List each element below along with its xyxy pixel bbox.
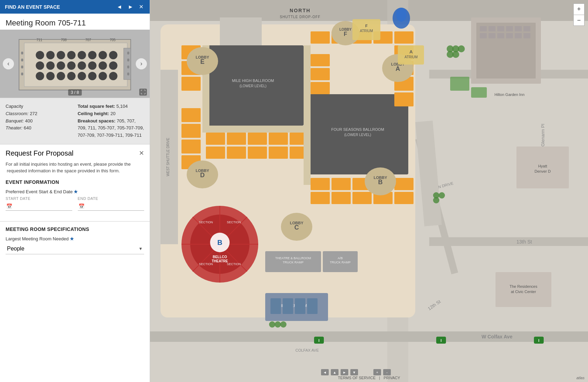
svg-point-181 (458, 45, 465, 52)
zoom-in-button[interactable]: + (573, 3, 585, 15)
largest-meeting-label: Largest Meeting Room Needed★ (6, 236, 144, 241)
svg-text:SECTION: SECTION (199, 220, 213, 224)
svg-point-14 (78, 61, 86, 70)
rfp-title: Request For Proposal (6, 149, 74, 157)
svg-text:NORTH: NORTH (290, 8, 311, 13)
header-nav: ◄ ► ✕ (115, 3, 145, 10)
svg-text:THEATRE: THEATRE (212, 259, 228, 263)
nav-forward-button[interactable]: ► (126, 4, 135, 10)
end-date-input[interactable]: 📅 (78, 202, 144, 211)
svg-point-10 (36, 61, 44, 70)
carousel-counter: 3 / 8 (68, 89, 82, 96)
svg-rect-46 (150, 331, 588, 342)
svg-point-12 (57, 61, 65, 70)
svg-rect-44 (429, 237, 588, 246)
svg-point-193 (439, 192, 445, 199)
svg-rect-184 (450, 77, 469, 91)
zoom-out-button[interactable]: − (573, 15, 585, 26)
svg-point-18 (36, 72, 44, 80)
svg-rect-73 (181, 77, 201, 91)
theater-spec: Theater: 640 (6, 125, 72, 132)
svg-text:705: 705 (110, 38, 116, 42)
header-close-button[interactable]: ✕ (137, 3, 145, 10)
svg-rect-175 (506, 33, 513, 38)
left-panel: FIND AN EVENT SPACE ◄ ► ✕ Meeting Room 7… (0, 0, 150, 382)
svg-rect-173 (489, 33, 496, 38)
svg-rect-79 (311, 68, 330, 80)
svg-point-19 (46, 72, 55, 80)
specs-section: Capacity Classroom: 272 Banquet: 400 The… (0, 98, 150, 144)
svg-text:TRUCK RAMP: TRUCK RAMP (330, 261, 351, 264)
carousel-prev-button[interactable]: ‹ (3, 58, 14, 69)
event-info-title: EVENT INFORMATION (6, 179, 144, 185)
terms-of-service-link[interactable]: TERMS OF SERVICE (338, 376, 375, 380)
svg-rect-185 (471, 87, 487, 98)
svg-rect-76 (181, 140, 201, 153)
svg-point-20 (57, 72, 65, 80)
svg-rect-177 (523, 33, 530, 38)
svg-text:SHUTTLE DROP-OFF: SHUTTLE DROP-OFF (280, 15, 321, 19)
svg-text:◄: ◄ (323, 370, 327, 374)
svg-text:SECTION: SECTION (227, 220, 241, 224)
room-floor-plan-image: 711 708 707 705 (0, 30, 150, 98)
svg-rect-82 (227, 133, 246, 145)
svg-text:C: C (295, 224, 299, 231)
meeting-room-section: MEETING ROOM SPECIFICATIONS Largest Meet… (0, 222, 150, 259)
rfp-close-button[interactable]: ✕ (139, 149, 144, 157)
svg-rect-83 (248, 133, 267, 145)
meeting-room-specs-title: MEETING ROOM SPECIFICATIONS (6, 226, 144, 232)
svg-rect-91 (311, 178, 330, 190)
svg-rect-98 (352, 192, 372, 204)
svg-rect-174 (497, 33, 504, 38)
carousel-expand-button[interactable]: ⛶ (139, 89, 147, 96)
svg-rect-155 (307, 298, 318, 314)
svg-text:Glenarm Pl: Glenarm Pl (540, 124, 545, 147)
svg-point-3 (46, 51, 55, 59)
svg-text:SECTION: SECTION (227, 262, 241, 266)
svg-text:ATRIUM: ATRIUM (360, 29, 373, 33)
svg-rect-80 (311, 82, 330, 94)
specs-left: Capacity Classroom: 272 Banquet: 400 The… (6, 103, 72, 139)
svg-text:-: - (386, 370, 387, 374)
svg-rect-88 (248, 147, 267, 159)
svg-text:I: I (440, 338, 441, 343)
svg-text:WEST SHUTTLE DRIVE: WEST SHUTTLE DRIVE (166, 137, 170, 176)
rfp-header: Request For Proposal ✕ (6, 149, 144, 157)
svg-point-13 (67, 61, 76, 70)
svg-text:F: F (344, 31, 347, 37)
breakout-spec: Breakout spaces: 705, 707, 709, 711, 705… (78, 118, 144, 139)
people-dropdown[interactable]: People ▼ (6, 244, 144, 254)
svg-rect-70 (394, 92, 414, 106)
svg-rect-84 (269, 133, 288, 145)
largest-required-star: ★ (70, 236, 74, 241)
svg-rect-37 (127, 66, 129, 68)
svg-point-25 (109, 72, 118, 80)
svg-rect-101 (202, 126, 311, 133)
svg-rect-152 (270, 298, 281, 314)
svg-text:B: B (217, 239, 222, 246)
carousel-next-button[interactable]: › (136, 58, 147, 69)
svg-point-4 (57, 51, 65, 59)
svg-text:MILE HIGH BALLROOM: MILE HIGH BALLROOM (232, 78, 274, 83)
nav-back-button[interactable]: ◄ (115, 4, 124, 10)
privacy-link[interactable]: PRIVACY (384, 376, 400, 380)
svg-point-196 (275, 321, 281, 328)
svg-point-23 (88, 72, 97, 80)
svg-text:SECTION: SECTION (199, 262, 213, 266)
svg-text:(LOWER LEVEL): (LOWER LEVEL) (344, 133, 371, 137)
svg-text:A/B: A/B (338, 256, 343, 260)
banquet-spec: Banquet: 400 (6, 118, 72, 125)
svg-rect-32 (21, 59, 23, 61)
start-date-input[interactable]: 📅 (6, 202, 72, 211)
svg-text:E: E (200, 58, 204, 65)
header-bar: FIND AN EVENT SPACE ◄ ► ✕ (0, 0, 150, 14)
svg-text:A: A (409, 49, 413, 54)
svg-rect-176 (515, 33, 522, 38)
svg-point-11 (46, 61, 55, 70)
svg-rect-169 (506, 26, 513, 31)
svg-text:I: I (538, 338, 539, 343)
svg-point-195 (269, 321, 275, 328)
svg-text:BELLCO: BELLCO (213, 255, 227, 259)
svg-text:▼: ▼ (352, 370, 356, 374)
svg-rect-52 (220, 17, 262, 45)
